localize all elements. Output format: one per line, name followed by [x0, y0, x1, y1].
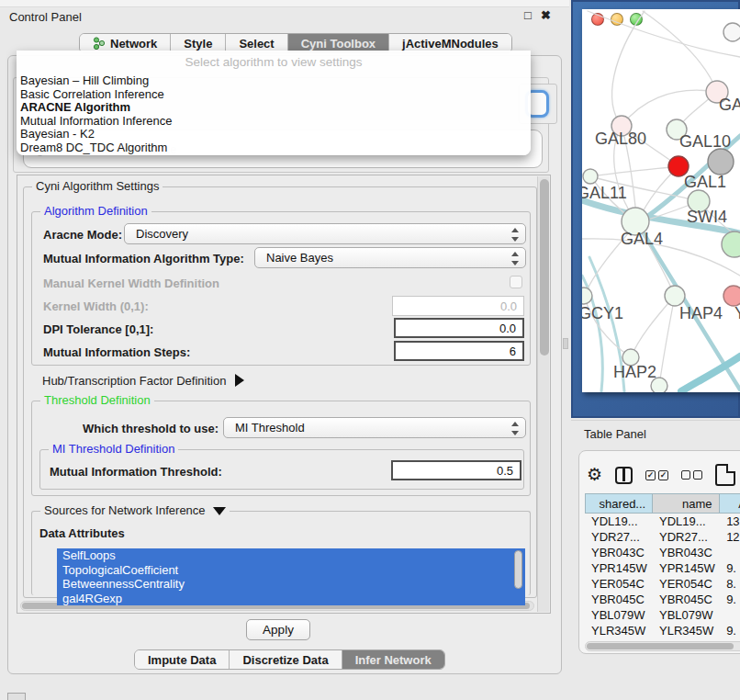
table-cell: [720, 607, 740, 623]
network-edge: [659, 296, 675, 386]
network-graph[interactable]: GALGAL80GAL10GAL1GAL11SWI4GAL4GCY1HAP4YH…: [582, 9, 740, 392]
table-row[interactable]: YPR145WYPR145W9.: [585, 560, 740, 576]
settings-vertical-scrollbar[interactable]: [537, 176, 549, 612]
algorithm-dropdown[interactable]: Select algorithm to view settings Bayesi…: [17, 51, 531, 155]
algorithm-option[interactable]: Basic Correlation Inference: [20, 88, 531, 102]
close-panel-icon[interactable]: ✖: [541, 8, 551, 22]
kernel-width-field[interactable]: 0.0: [392, 296, 524, 316]
table-cell: YBR043C: [585, 545, 653, 560]
kernel-width-label: Kernel Width (0,1):: [43, 299, 149, 313]
manual-kernel-checkbox[interactable]: [510, 276, 522, 288]
mi-threshold-field[interactable]: 0.5: [391, 460, 521, 480]
algorithm-option[interactable]: ARACNE Algorithm: [20, 101, 531, 115]
manual-kernel-label: Manual Kernel Width Definition: [43, 277, 219, 290]
attribute-item[interactable]: BetweennessCentrality: [57, 577, 525, 592]
tab-jactivemnodules[interactable]: jActiveMNodules: [389, 34, 511, 52]
table-hscroll-thumb[interactable]: [587, 643, 734, 649]
collapse-arrow-icon: [213, 507, 226, 515]
network-canvas[interactable]: GALGAL80GAL10GAL1GAL11SWI4GAL4GCY1HAP4YH…: [582, 9, 740, 392]
mi-type-combo[interactable]: Naive Bayes: [254, 247, 526, 268]
apply-button[interactable]: Apply: [246, 619, 310, 640]
select-columns-icon[interactable]: ✓✓: [645, 470, 668, 480]
table-row[interactable]: YBR043CYBR043C: [585, 545, 740, 560]
new-table-icon[interactable]: [715, 464, 735, 486]
tab-select[interactable]: Select: [226, 34, 287, 52]
algorithm-option[interactable]: Mutual Information Inference: [20, 115, 531, 129]
gear-icon[interactable]: ⚙: [587, 466, 602, 484]
tab-impute-data[interactable]: Impute Data: [135, 650, 230, 669]
table-row[interactable]: YER054CYER054C8.: [585, 576, 740, 592]
network-node[interactable]: [583, 169, 598, 184]
network-edge: [643, 11, 717, 92]
table-row[interactable]: YLR345WYLR345W9.: [585, 623, 740, 638]
cyni-algorithm-settings-group: Cyni Algorithm Settings Algorithm Defini…: [23, 186, 537, 598]
network-node[interactable]: [582, 288, 592, 304]
hub-definition-toggle[interactable]: Hub/Transcription Factor Definition: [42, 374, 244, 388]
sources-group-title[interactable]: Sources for Network Inference: [40, 503, 230, 517]
data-attributes-list[interactable]: SelfLoopsTopologicalCoefficientBetweenne…: [57, 548, 525, 605]
network-node[interactable]: [708, 149, 734, 175]
table-cell: YBR045C: [585, 592, 653, 607]
tab-label: Network: [110, 37, 157, 51]
tab-infer-network[interactable]: Infer Network: [342, 650, 444, 669]
tab-discretize-data[interactable]: Discretize Data: [230, 650, 342, 669]
attribute-item[interactable]: SelfLoops: [57, 548, 525, 563]
tab-style[interactable]: Style: [171, 34, 226, 52]
dpi-tolerance-field[interactable]: 0.0: [394, 318, 524, 338]
attributes-scrollbar[interactable]: [514, 550, 523, 602]
table-panel-divider: [571, 420, 740, 421]
column-header[interactable]: name: [653, 494, 719, 513]
float-panel-icon[interactable]: □: [524, 8, 532, 22]
table-cell: YDL19...: [585, 514, 653, 529]
cyni-algorithm-settings-title: Cyni Algorithm Settings: [32, 179, 163, 193]
table-cell: YDR27...: [585, 529, 653, 545]
table-cell: YLR345W: [585, 623, 653, 638]
table-cell: 8.: [720, 576, 740, 592]
network-node[interactable]: [722, 231, 740, 257]
algorithm-option[interactable]: Bayesian - K2: [20, 128, 531, 141]
network-icon: [93, 37, 106, 50]
node-label: GAL: [719, 96, 740, 114]
aracne-mode-combo[interactable]: Discovery: [124, 223, 526, 244]
deselect-columns-icon[interactable]: [681, 470, 702, 480]
attribute-item[interactable]: gal4RGexp: [57, 592, 525, 606]
column-header[interactable]: A: [720, 494, 740, 513]
tab-label: jActiveMNodules: [402, 37, 499, 51]
table-row[interactable]: YDR27...YDR27...12: [585, 529, 740, 545]
table-panel: ⚙ ✓✓ shared...nameAYDL19...YDL19...13YDR…: [578, 450, 740, 654]
network-node[interactable]: [723, 286, 740, 306]
which-threshold-combo[interactable]: MI Threshold: [223, 417, 526, 438]
panel-splitter-handle[interactable]: [563, 338, 568, 349]
mi-steps-field[interactable]: 6: [394, 341, 524, 361]
expand-arrow-icon: [235, 374, 244, 387]
table-cell: YBR045C: [653, 592, 720, 607]
settings-vscroll-thumb[interactable]: [540, 179, 549, 356]
bottom-left-icon[interactable]: [7, 693, 26, 700]
node-label: Y: [734, 304, 740, 322]
table-cell: YBL079W: [585, 607, 653, 623]
node-label: GAL4: [621, 230, 663, 248]
table-cell: 9.: [720, 623, 740, 638]
algorithm-dropdown-list: Bayesian – Hill ClimbingBasic Correlatio…: [17, 74, 531, 154]
node-table[interactable]: shared...nameAYDL19...YDL19...13YDR27...…: [585, 493, 740, 627]
algorithm-option[interactable]: Bayesian – Hill Climbing: [20, 74, 531, 88]
table-cell: 12: [720, 529, 740, 545]
table-row[interactable]: YBL079WYBL079W: [585, 607, 740, 623]
column-header[interactable]: shared...: [586, 494, 653, 513]
table-cell: YDR27...: [653, 529, 720, 545]
table-row[interactable]: YDL19...YDL19...13: [585, 514, 740, 529]
network-edge: [622, 90, 717, 126]
attributes-scroll-thumb[interactable]: [514, 550, 522, 589]
network-node[interactable]: [665, 286, 685, 306]
table-header-row: shared...nameA: [585, 493, 740, 514]
table-cell: YER054C: [653, 576, 720, 592]
tab-label: Infer Network: [355, 653, 432, 667]
network-node[interactable]: [723, 23, 740, 41]
table-horizontal-scrollbar[interactable]: [585, 641, 740, 651]
table-row[interactable]: YBR045CYBR045C9.: [585, 592, 740, 607]
tab-network[interactable]: Network: [80, 34, 171, 52]
column-layout-icon[interactable]: [615, 467, 633, 484]
attribute-item[interactable]: TopologicalCoefficient: [57, 563, 525, 578]
algorithm-option[interactable]: Dream8 DC_TDC Algorithm: [20, 141, 531, 155]
tab-cyni-toolbox[interactable]: Cyni Toolbox: [288, 34, 389, 52]
